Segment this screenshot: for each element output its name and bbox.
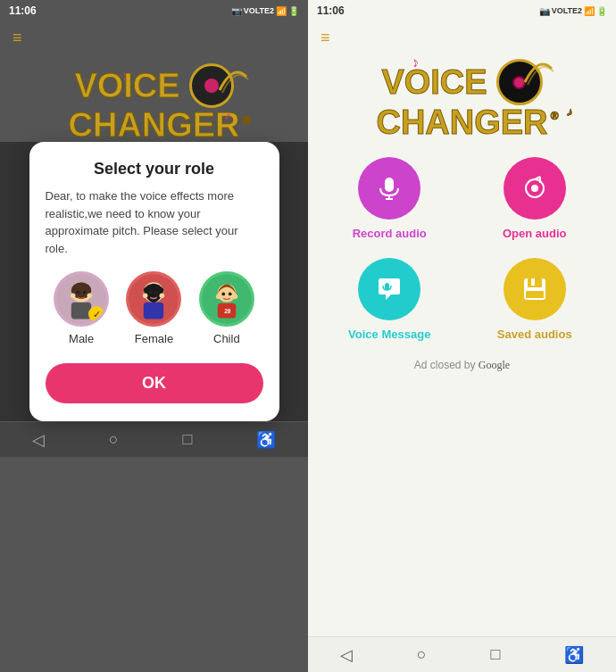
avatar-male[interactable] — [54, 271, 109, 327]
nav-accessibility-right[interactable]: ♿ — [546, 641, 602, 669]
microphone-icon — [375, 174, 404, 203]
svg-point-11 — [149, 291, 153, 295]
logo-line1-right: VOICE — [381, 59, 542, 105]
feature-open-audio[interactable]: Open audio — [471, 157, 599, 240]
role-female-label: Female — [135, 332, 173, 345]
nav-recents-left[interactable]: □ — [164, 426, 210, 453]
nav-back-left[interactable]: ◁ — [14, 426, 62, 454]
dialog-title: Select your role — [46, 160, 263, 178]
role-female[interactable]: Female — [126, 271, 181, 345]
nav-home-left[interactable]: ○ — [91, 426, 137, 453]
feature-saved-audios[interactable]: Saved audios — [471, 258, 599, 341]
arc-svg-right — [520, 51, 556, 87]
vinyl-icon-right — [496, 59, 543, 105]
feature-grid: Record audio Open audio — [326, 157, 598, 341]
saved-audios-label: Saved audios — [497, 328, 572, 341]
svg-point-28 — [531, 185, 538, 192]
bottom-nav-right: ◁ ○ □ ♿ — [308, 636, 616, 672]
hamburger-menu-right[interactable]: ≡ — [308, 21, 616, 54]
voice-message-label: Voice Message — [348, 328, 430, 341]
logo-left: ♪ VOICE CHANGER ® ♪ — [0, 63, 308, 142]
male-avatar-svg — [56, 272, 106, 326]
registered-mark-right: ® — [551, 111, 559, 121]
audio-icon — [520, 174, 549, 203]
svg-point-18 — [221, 293, 225, 296]
role-dialog: Select your role Dear, to make the voice… — [29, 142, 279, 421]
svg-rect-2 — [71, 303, 91, 319]
registered-mark-left: ® — [243, 115, 251, 126]
svg-point-15 — [160, 293, 165, 298]
status-bar-left: 11:06 📷 VOLTE2 📶 🔋 — [0, 0, 308, 21]
svg-point-14 — [143, 293, 148, 298]
role-male-label: Male — [69, 332, 94, 345]
avatar-child[interactable]: 28 — [199, 271, 254, 327]
phone-right: 11:06 📷 VOLTE2 📶 🔋 ≡ ♪ VOICE — [308, 0, 616, 672]
record-audio-label: Record audio — [353, 227, 427, 240]
svg-point-22 — [232, 294, 237, 299]
status-icons-right: 📷 VOLTE2 📶 🔋 — [539, 6, 607, 16]
time-left: 11:06 — [9, 4, 37, 17]
svg-point-21 — [216, 294, 221, 299]
ok-button[interactable]: OK — [46, 363, 263, 403]
logo-line2-left: CHANGER ® — [68, 108, 239, 142]
svg-rect-35 — [526, 291, 544, 298]
svg-point-7 — [71, 293, 76, 298]
save-icon — [520, 275, 549, 303]
status-bar-right: 11:06 📷 VOLTE2 📶 🔋 — [308, 0, 616, 21]
svg-point-19 — [229, 293, 232, 296]
svg-rect-31 — [385, 283, 389, 290]
feature-section: Record audio Open audio — [308, 139, 616, 636]
role-options: Male — [46, 271, 263, 345]
time-right: 11:06 — [317, 4, 345, 17]
child-avatar-svg: 28 — [202, 272, 252, 326]
vinyl-icon-left — [189, 63, 234, 108]
feature-voice-message[interactable]: Voice Message — [326, 258, 454, 341]
svg-text:28: 28 — [224, 308, 231, 314]
svg-rect-34 — [531, 278, 535, 286]
female-avatar-svg — [129, 272, 179, 326]
svg-point-4 — [77, 291, 80, 295]
nav-accessibility-left[interactable]: ♿ — [238, 426, 294, 454]
status-icons-left: 📷 VOLTE2 📶 🔋 — [231, 6, 299, 16]
hamburger-menu-left[interactable]: ≡ — [0, 21, 308, 54]
svg-rect-13 — [144, 303, 163, 319]
svg-rect-24 — [385, 178, 394, 192]
role-male[interactable]: Male — [54, 271, 109, 345]
svg-point-12 — [155, 291, 159, 295]
saved-audios-circle[interactable] — [504, 258, 566, 320]
role-child-label: Child — [213, 332, 240, 345]
svg-rect-6 — [77, 285, 87, 290]
open-audio-circle[interactable] — [504, 157, 566, 220]
voice-message-icon — [375, 275, 404, 303]
bottom-nav-left: ◁ ○ □ ♿ — [0, 421, 308, 457]
logo-line1-left: VOICE — [74, 63, 233, 108]
svg-point-8 — [87, 293, 93, 298]
feature-record-audio[interactable]: Record audio — [326, 157, 454, 240]
arc-svg — [215, 59, 251, 95]
nav-home-right[interactable]: ○ — [399, 641, 445, 668]
record-audio-circle[interactable] — [358, 157, 420, 220]
dialog-description: Dear, to make the voice effects more rea… — [46, 187, 263, 257]
logo-line2-right: CHANGER ® ♪ — [376, 105, 547, 139]
ad-footer: Ad closed by Google — [414, 359, 510, 372]
music-note-r2: ♪ — [565, 104, 574, 118]
svg-point-5 — [83, 291, 87, 295]
dialog-overlay: Select your role Dear, to make the voice… — [0, 142, 308, 421]
nav-back-right[interactable]: ◁ — [322, 641, 370, 669]
open-audio-label: Open audio — [503, 227, 567, 240]
nav-recents-right[interactable]: □ — [472, 641, 518, 668]
avatar-female[interactable] — [126, 271, 181, 327]
phone-left: 11:06 📷 VOLTE2 📶 🔋 ≡ ♪ VOICE CHAN — [0, 0, 308, 672]
voice-message-circle[interactable] — [358, 258, 420, 320]
role-child[interactable]: 28 Child — [199, 271, 254, 345]
logo-right: ♪ VOICE CHANGER ® ♪ — [308, 59, 616, 139]
